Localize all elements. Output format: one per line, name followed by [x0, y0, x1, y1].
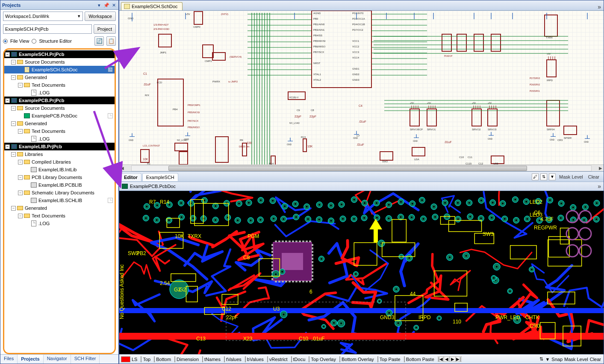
tree-node[interactable]: .LOG [4, 89, 115, 97]
layer-label[interactable]: Bottom [156, 357, 173, 362]
scroll-track[interactable] [131, 165, 592, 171]
svg-rect-0 [312, 11, 371, 88]
layer-first-icon[interactable]: |◀ [438, 356, 444, 362]
tree-node[interactable]: −Source Documents [4, 58, 115, 66]
layer-swatch[interactable] [154, 356, 155, 362]
sidebar-tab-navigator[interactable]: Navigator [44, 355, 71, 364]
close-icon[interactable]: ✕ [111, 2, 117, 8]
sidebar-tab-files[interactable]: Files [0, 355, 18, 364]
tree-node[interactable]: −Generated [4, 73, 115, 81]
layer-swatch[interactable] [202, 356, 203, 362]
layer-swatch[interactable] [291, 356, 292, 362]
tree-node[interactable]: −ExampleSCH.PrjPcb [4, 50, 115, 58]
clear-link[interactable]: Clear [586, 174, 601, 179]
pcb-funnel-icon[interactable]: ▼ [545, 357, 550, 362]
sidebar-tab-sch-filter[interactable]: SCH Filter [71, 355, 100, 364]
tree-node[interactable]: ExampleLIB.SCHLIB [4, 197, 115, 204]
tree-node[interactable]: −Compiled Libraries [4, 158, 115, 166]
tree-node[interactable]: −ExampleLIB.PrjPcb [4, 143, 115, 150]
pin-icon[interactable]: 📌 [103, 2, 109, 8]
layer-label[interactable]: Dimension [177, 357, 200, 362]
tree-node[interactable]: −Text Documents [4, 127, 115, 135]
mask-level-link[interactable]: Mask Level [557, 174, 585, 179]
layer-label[interactable]: tDocu [293, 357, 307, 362]
tree-node[interactable]: −Text Documents [4, 81, 115, 89]
sch-doc-tab[interactable]: ExampleSCH.SchDoc [121, 2, 183, 10]
highlight-icon[interactable]: 🖊 [532, 173, 539, 180]
pcb-clear-link[interactable]: Clear [590, 357, 601, 362]
layer-swatch[interactable] [404, 356, 405, 362]
layer-next-icon[interactable]: ▶ [450, 356, 456, 362]
layer-label[interactable]: Top [143, 357, 152, 362]
svg-point-305 [259, 219, 261, 220]
project-tree[interactable]: −ExampleSCH.PrjPcb−Source DocumentsExamp… [3, 48, 116, 354]
layer-label[interactable]: Bottom Paste [406, 357, 436, 362]
layer-swatch[interactable] [224, 356, 225, 362]
tree-node[interactable]: ExampleSCH.SchDoc [4, 66, 115, 73]
scroll-left-icon[interactable]: ◀ [119, 166, 125, 170]
structure-editor-radio[interactable] [32, 39, 36, 44]
tree-node[interactable]: .LOG [4, 220, 115, 227]
layer-label[interactable]: Bottom Overlay [342, 357, 376, 362]
tree-node[interactable]: .LOG [4, 135, 115, 143]
workspace-button[interactable]: Workspace [85, 12, 116, 21]
tree-node[interactable]: −Libraries [4, 150, 115, 158]
layer-label[interactable]: Top Paste [380, 357, 402, 362]
layer-prev-icon[interactable]: ◀ [444, 356, 450, 362]
funnel-icon[interactable]: ▼ [549, 173, 556, 180]
scroll-right-icon[interactable]: ▶ [598, 166, 604, 170]
pcb-filter-icon[interactable]: ⇅ [539, 356, 543, 362]
tree-node[interactable]: −Schematic Library Documents [4, 189, 115, 197]
tree-node[interactable]: −Source Documents [4, 104, 115, 112]
workspace-combo[interactable]: Workspace1.DsnWrk ▼ [3, 12, 83, 21]
snap-link[interactable]: Snap [551, 357, 563, 362]
tree-node[interactable]: ExamplePCB.PcbDoc [4, 112, 115, 120]
layer-last-icon[interactable]: ▶| [456, 356, 462, 362]
dropdown-icon[interactable]: ▾ [96, 2, 102, 8]
active-layer-swatch[interactable] [121, 356, 130, 362]
options-icon[interactable]: 📋 [106, 36, 116, 46]
structure-editor-label[interactable]: Structure Editor [39, 38, 71, 44]
layer-label[interactable]: bValues [247, 357, 265, 362]
layer-swatch[interactable] [267, 356, 268, 362]
layer-swatch[interactable] [141, 356, 141, 362]
sheet-tab[interactable]: ExampleSCH [142, 173, 178, 181]
tree-node[interactable]: ExampleLIB.IntLib [4, 166, 115, 173]
tree-node[interactable]: −ExamplePCB.PrjPcb [4, 97, 115, 104]
layer-label[interactable]: Top Overlay [311, 357, 338, 362]
layer-label[interactable]: tNames [204, 357, 222, 362]
tree-node[interactable]: −Generated [4, 120, 115, 127]
file-view-radio[interactable] [3, 39, 8, 44]
layer-label[interactable]: vRestrict [269, 357, 289, 362]
sidebar-tab-projects[interactable]: Projects [18, 355, 43, 364]
schematic-canvas[interactable]: AGNDPB0PB1/AIN0PB3/AIN1PB4/SSPB5/MOSIPB6… [119, 11, 604, 164]
editor-tab[interactable]: Editor [120, 173, 141, 181]
tree-node[interactable]: ExampleLIB.PCBLIB [4, 181, 115, 189]
pcb-tab-overflow-icon[interactable]: » [595, 183, 604, 190]
svg-text:22pF: 22pF [309, 115, 316, 118]
svg-text:TXRX: TXRX [188, 233, 201, 239]
filter-icon[interactable]: ⇅ [540, 173, 547, 180]
project-button[interactable]: Project [94, 24, 116, 34]
ls-label[interactable]: LS [132, 357, 139, 362]
refresh-icon[interactable]: 🔄 [94, 36, 104, 46]
layer-swatch[interactable] [339, 356, 340, 362]
layer-label[interactable]: tValues [226, 357, 243, 362]
tree-node[interactable]: −Text Documents [4, 212, 115, 220]
svg-text:VCC1: VCC1 [352, 40, 359, 42]
tree-node[interactable]: −PCB Library Documents [4, 173, 115, 181]
layer-swatch[interactable] [377, 356, 378, 362]
tree-node[interactable]: −Generated [4, 204, 115, 212]
layer-swatch[interactable] [309, 356, 309, 362]
pcb-mask-level-link[interactable]: Mask Level [564, 357, 588, 362]
pcb-canvas[interactable]: G2No Questions Asked IncR7R1410KTXRXPGMC… [119, 191, 604, 354]
file-view-label[interactable]: File View [10, 38, 29, 44]
sch-scrollbar[interactable]: ◀ ▶ [119, 164, 604, 171]
svg-point-399 [415, 327, 417, 329]
layer-swatch[interactable] [174, 356, 175, 362]
layer-swatch[interactable] [245, 356, 246, 362]
scroll-thumb[interactable] [168, 166, 527, 171]
project-textbox[interactable]: ExampleSCH.PrjPcb [3, 24, 92, 34]
svg-point-377 [355, 273, 357, 275]
tab-overflow-icon[interactable]: » [595, 3, 604, 10]
